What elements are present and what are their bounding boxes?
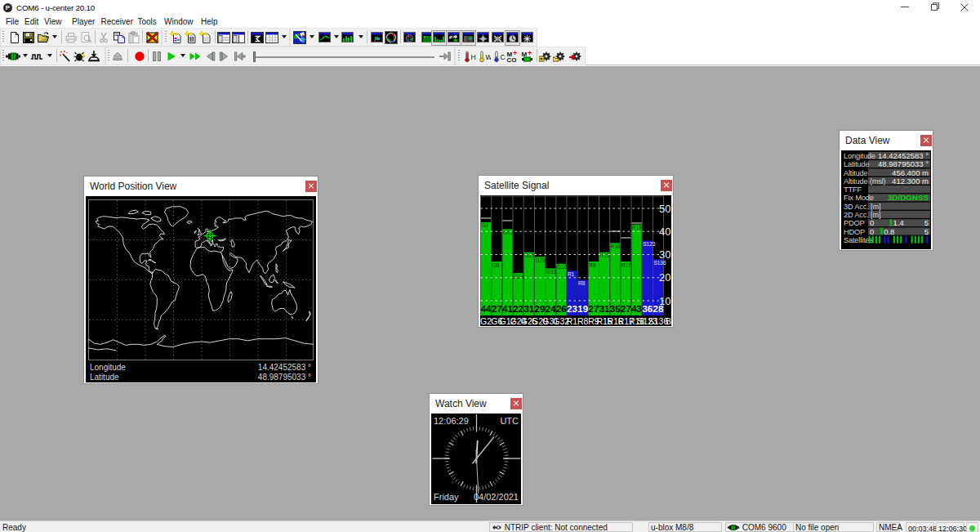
svg-text:?: ?	[81, 52, 86, 60]
svg-text:R8: R8	[577, 316, 589, 326]
svg-text:G32: G32	[557, 264, 568, 270]
svg-text:R8: R8	[578, 280, 586, 286]
svg-text:H: H	[471, 53, 476, 61]
svg-text:36: 36	[642, 304, 653, 314]
svg-text:19: 19	[577, 304, 588, 314]
svg-text:3D Acc. [m]: 3D Acc. [m]	[844, 203, 880, 211]
svg-text:Fix Mode: Fix Mode	[844, 194, 874, 202]
svg-text:43: 43	[631, 304, 642, 314]
svg-text:B: B	[666, 316, 671, 326]
svg-text:W: W	[486, 53, 492, 61]
svg-text:Longitude: Longitude	[844, 152, 875, 160]
svg-text:G31: G31	[546, 269, 557, 275]
svg-text:PDOP: PDOP	[844, 219, 865, 227]
svg-text:TTFF: TTFF	[844, 186, 862, 194]
svg-text:R15: R15	[600, 253, 610, 258]
svg-text:50: 50	[659, 203, 670, 215]
svg-text:31: 31	[599, 304, 610, 314]
svg-text:CO: CO	[507, 56, 517, 63]
svg-text:29: 29	[535, 304, 546, 314]
svg-text:G25: G25	[524, 253, 535, 258]
svg-text:G2: G2	[482, 222, 489, 228]
svg-text:22: 22	[513, 304, 523, 314]
svg-text:R9: R9	[589, 262, 596, 268]
svg-text:27: 27	[492, 304, 502, 314]
svg-text:48.98795033 °: 48.98795033 °	[878, 159, 929, 168]
svg-text:Altitude: Altitude	[844, 169, 867, 177]
svg-text:2D Acc. [m]: 2D Acc. [m]	[844, 211, 880, 219]
svg-text:+: +	[528, 50, 532, 57]
svg-text:3D/DGNSS: 3D/DGNSS	[888, 193, 929, 202]
svg-text:G29: G29	[535, 257, 546, 263]
svg-text:41: 41	[502, 304, 513, 314]
svg-text:R18: R18	[632, 225, 642, 230]
svg-text:Latitude: Latitude	[844, 160, 870, 168]
svg-text:31: 31	[523, 304, 534, 314]
svg-text:0: 0	[870, 227, 874, 236]
svg-text:R17: R17	[621, 262, 631, 268]
svg-text:C: C	[501, 53, 506, 61]
svg-text:27: 27	[621, 304, 631, 314]
svg-text:26: 26	[556, 304, 567, 314]
svg-text:44: 44	[481, 304, 492, 314]
svg-text:1.4: 1.4	[893, 218, 904, 227]
svg-text:G6: G6	[492, 262, 500, 268]
svg-text:412.300 m: 412.300 m	[892, 177, 929, 186]
svg-text:35: 35	[610, 304, 621, 314]
svg-text:R1: R1	[568, 271, 575, 277]
svg-text:R1: R1	[567, 316, 578, 326]
svg-text:M: M	[522, 51, 528, 58]
svg-text:S123: S123	[643, 241, 656, 247]
svg-text:23: 23	[567, 304, 577, 314]
svg-text:HDOP: HDOP	[844, 228, 865, 236]
svg-text:G12: G12	[503, 230, 514, 235]
svg-text:24: 24	[546, 304, 556, 314]
svg-text:G24: G24	[514, 274, 524, 279]
svg-text:Altitude (msl): Altitude (msl)	[844, 177, 886, 186]
svg-text:27: 27	[589, 304, 599, 314]
svg-text:20: 20	[659, 271, 670, 284]
svg-text:28: 28	[653, 304, 664, 314]
svg-text:G2: G2	[480, 316, 492, 326]
svg-text:5: 5	[924, 227, 929, 236]
svg-text:30: 30	[659, 248, 670, 261]
svg-text:40: 40	[659, 226, 670, 238]
svg-text:0.8: 0.8	[884, 227, 894, 236]
svg-text:R16: R16	[611, 244, 621, 249]
